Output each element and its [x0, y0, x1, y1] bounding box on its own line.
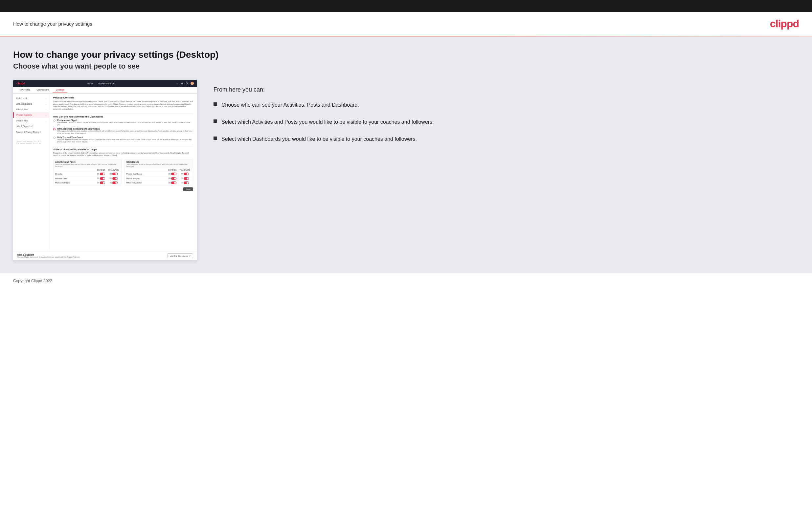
mock-radio-content-onlyyou: Only You and Your Coach Only you and the… [57, 136, 193, 143]
footer: Copyright Clippd 2022 [0, 273, 812, 288]
mock-subnav-settings: Settings [53, 87, 67, 93]
mock-radio-desc-everyone: Everyone on Clippd can search for you an… [57, 121, 193, 126]
mock-drills-coaches-switch: ON [97, 177, 105, 180]
mock-drills-followers-switch: ON [110, 177, 118, 180]
mock-drills-row: Practice Drills ON [54, 176, 121, 181]
mock-radio-desc-followers: Only approved followers and coaches you … [57, 130, 193, 134]
mock-sidebar: My Account› Data Integrations› Subscript… [13, 94, 49, 251]
mock-help-section: Help & Support Visit our Clippd communit… [13, 251, 197, 260]
mock-nav-performance: My Performance [98, 82, 114, 84]
mock-ri-followers-pill [184, 177, 189, 180]
copyright-text: Copyright Clippd 2022 [13, 279, 52, 283]
mock-save-button[interactable]: Save [183, 187, 193, 191]
mock-sidebar-data-integrations: Data Integrations› [13, 101, 49, 107]
mock-radio-circle-everyone [53, 119, 55, 122]
mock-drills-label: Practice Drills [55, 177, 95, 179]
mock-help-text: Help & Support Visit our Clippd communit… [17, 253, 80, 258]
mock-radio-desc-onlyyou: Only you and the coaches you connect wit… [57, 138, 193, 143]
mock-body: My Account› Data Integrations› Subscript… [13, 94, 197, 251]
mock-manual-followers-pill [112, 181, 117, 184]
mock-sidebar-help: Help & Support ↗ [13, 123, 49, 129]
mock-drills-coaches-toggle: ON [95, 177, 107, 180]
mock-manual-followers-toggle: ON [107, 181, 120, 184]
mock-radio-label-onlyyou: Only You and Your Coach [57, 136, 193, 138]
mock-sidebar-version: Clippd Client Version: 2022.8.2SQL Serve… [13, 138, 49, 146]
mock-ri-coaches-switch: ON [168, 177, 177, 180]
mock-ww-coaches-switch: ON [168, 181, 177, 184]
mock-privacy-controls-desc: Control how you and your data appears to… [53, 100, 193, 111]
mock-activities-col-followers: FOLLOWERS [107, 169, 120, 171]
bullet-square-3 [213, 136, 217, 140]
mock-help-community-btn[interactable]: Visit Our Community ↗ [167, 253, 193, 258]
mock-pd-coaches-switch: ON [168, 173, 177, 175]
mock-dashboards-col-headers: COACHES FOLLOWERS [125, 168, 193, 172]
mock-rounds-followers-pill [112, 173, 117, 175]
mock-sidebar-golf-bag: My Golf Bag› [13, 118, 49, 123]
mock-ri-followers-switch: ON [181, 177, 189, 180]
mock-manual-coaches-toggle: ON [95, 181, 107, 184]
bullet-item-1: Choose who can see your Activities, Post… [213, 101, 796, 109]
mock-who-can-see-title: Who Can See Your Activities and Dashboar… [53, 115, 193, 118]
mock-user-icon: ⚙ [186, 82, 188, 85]
mock-dashboards-col-followers: FOLLOWERS [179, 169, 191, 171]
mock-ri-coaches-toggle: ON [166, 177, 179, 180]
mock-subnav-profile: My Profile [16, 87, 33, 93]
mock-help-desc: Visit our Clippd community to troublesho… [17, 256, 80, 258]
mock-ww-followers-toggle: ON [179, 181, 191, 184]
mock-manual-row: Manual Activities ON [54, 181, 121, 185]
header-title: How to change your privacy settings [13, 21, 92, 26]
bullet-square-2 [213, 119, 217, 123]
mock-ww-coaches-toggle: ON [166, 181, 179, 184]
mock-player-dashboard-row: Player Dashboard ON [125, 172, 193, 177]
mock-nav-home: Home [87, 82, 93, 84]
mock-manual-followers-switch: ON [110, 181, 118, 184]
mock-rounds-coaches-switch: ON [97, 173, 105, 175]
mock-pd-coaches-toggle: ON [166, 173, 179, 176]
bullet-item-3: Select which Dashboards you would like t… [213, 135, 796, 143]
mock-ww-coaches-pill [171, 181, 176, 184]
mock-save-row: Save [53, 187, 193, 191]
logo: clippd [770, 18, 799, 30]
mock-sidebar-privacy: Privacy Controls› [13, 112, 49, 118]
mock-show-hide-title: Show or hide specific features in Clippd [53, 148, 193, 151]
mock-subnav-connections: Connections [33, 87, 53, 93]
mock-ww-followers-pill [184, 181, 189, 184]
mock-radio-circle-followers [53, 128, 55, 130]
mock-rounds-followers-toggle: ON [107, 173, 120, 176]
mock-pd-followers-toggle: ON [179, 173, 191, 176]
mock-pd-coaches-pill [171, 173, 176, 175]
bullet-square-1 [213, 102, 217, 106]
mock-sidebar-privacy-policy: Service & Privacy Policy ↗ [13, 129, 49, 135]
mock-rounds-label: Rounds [55, 173, 95, 175]
header: How to change your privacy settings clip… [0, 12, 812, 36]
mock-manual-coaches-pill [100, 181, 105, 184]
content-columns: clippd Home My Performance ⌕ ⊞ ⚙ My Prof… [13, 80, 799, 260]
page-subheading: Choose what you want people to see [13, 62, 799, 70]
mock-round-insights-label: Round Insights [126, 177, 166, 179]
mock-rounds-row: Rounds ON ON [54, 172, 121, 177]
bullet-list: Choose who can see your Activities, Post… [213, 101, 796, 143]
mock-pd-followers-switch: ON [181, 173, 189, 175]
mock-navbar-logo: clippd [16, 82, 25, 85]
mock-activities-table: Activities and Posts Select the types of… [53, 160, 122, 186]
bullet-text-2: Select which Activities and Posts you wo… [221, 118, 434, 126]
mock-avatar [191, 82, 194, 85]
mock-drills-followers-toggle: ON [107, 177, 120, 180]
mock-dashboards-desc: Select the types of activity that you'd … [126, 163, 191, 167]
from-here-title: From here you can: [213, 86, 796, 93]
mock-drills-coaches-pill [100, 177, 105, 180]
mock-show-hide-desc: Regardless of the privacy controls that … [53, 152, 193, 157]
mock-search-icon: ⌕ [176, 82, 178, 85]
mock-navbar-icons: ⌕ ⊞ ⚙ [176, 82, 194, 85]
mock-subnav: My Profile Connections Settings [13, 87, 197, 94]
mock-radio-content-everyone: Everyone on Clippd Everyone on Clippd ca… [57, 119, 193, 126]
bullet-text-3: Select which Dashboards you would like t… [221, 135, 417, 143]
mock-privacy-controls-title: Privacy Controls [53, 96, 193, 99]
mock-radio-everyone: Everyone on Clippd Everyone on Clippd ca… [53, 119, 193, 126]
mock-navbar: clippd Home My Performance ⌕ ⊞ ⚙ [13, 80, 197, 87]
mock-ui: clippd Home My Performance ⌕ ⊞ ⚙ My Prof… [13, 80, 197, 260]
main-content: How to change your privacy settings (Des… [0, 37, 812, 273]
mock-main-panel: Privacy Controls Control how you and you… [49, 94, 197, 251]
mock-radio-label-everyone: Everyone on Clippd [57, 119, 193, 121]
mock-dashboards-col-coaches: COACHES [166, 169, 179, 171]
